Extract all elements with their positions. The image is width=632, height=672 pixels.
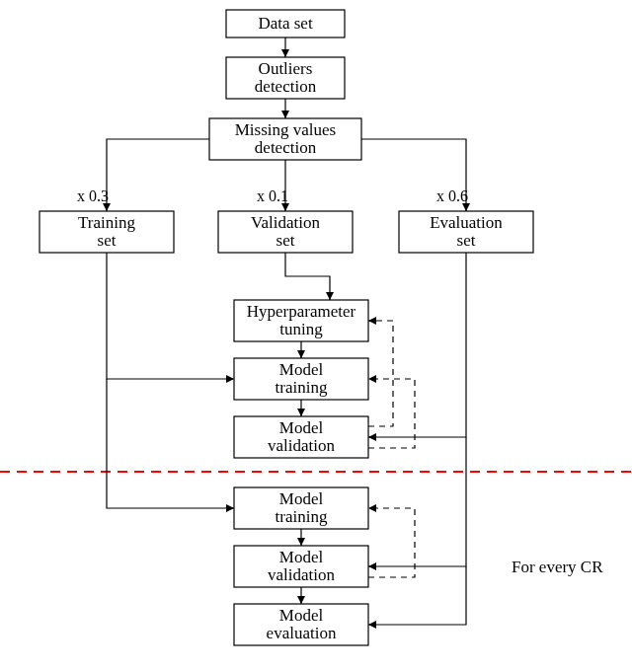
node-model-training-1: Model training <box>234 358 368 400</box>
node-dataset: Data set <box>226 10 345 37</box>
ratio-eval: x 0.6 <box>436 187 468 204</box>
node-evaluation-set: Evaluation set <box>399 211 533 253</box>
node-training-set: Training set <box>40 211 174 253</box>
label-missing-1: Missing values <box>235 120 336 139</box>
label-dataset: Data set <box>258 14 313 33</box>
label-mvalid1-b: validation <box>268 436 335 455</box>
label-train-2: set <box>98 231 117 250</box>
node-model-training-2: Model training <box>234 487 368 529</box>
label-mtrain1-a: Model <box>279 360 324 379</box>
label-meval-2: evaluation <box>267 624 337 642</box>
label-mvalid1-a: Model <box>279 418 324 437</box>
label-mtrain1-b: training <box>276 378 328 397</box>
node-missing: Missing values detection <box>209 118 361 160</box>
note-for-every-cr: For every CR <box>512 558 603 576</box>
label-mtrain2-b: training <box>276 507 328 526</box>
label-hyper-1: Hyperparameter <box>247 302 356 321</box>
label-valid-1: Validation <box>251 213 320 232</box>
label-missing-2: detection <box>255 138 317 157</box>
ratio-valid: x 0.1 <box>257 187 288 204</box>
label-hyper-2: tuning <box>279 320 323 338</box>
label-mvalid2-a: Model <box>279 548 324 566</box>
label-valid-2: set <box>276 231 295 250</box>
label-outliers-2: detection <box>255 77 317 96</box>
label-mtrain2-a: Model <box>279 489 324 508</box>
label-meval-1: Model <box>279 606 324 625</box>
node-outliers: Outliers detection <box>226 57 345 99</box>
label-eval-2: set <box>457 231 476 250</box>
node-hyperparameter-tuning: Hyperparameter tuning <box>234 300 368 341</box>
ratio-train: x 0.3 <box>77 187 109 204</box>
node-model-validation-1: Model validation <box>234 416 368 458</box>
label-outliers-1: Outliers <box>259 59 313 78</box>
label-mvalid2-b: validation <box>268 565 335 584</box>
flowchart-diagram: Data set Outliers detection Missing valu… <box>0 0 632 672</box>
node-validation-set: Validation set <box>218 211 353 253</box>
label-train-1: Training <box>78 213 135 232</box>
label-eval-1: Evaluation <box>430 213 503 232</box>
node-model-evaluation: Model evaluation <box>234 604 368 645</box>
node-model-validation-2: Model validation <box>234 546 368 587</box>
